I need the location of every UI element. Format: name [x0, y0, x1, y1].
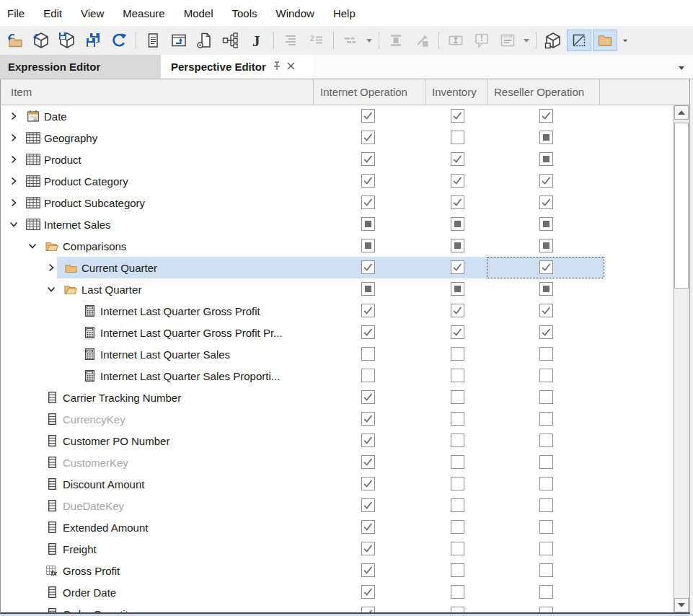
format-dax-button[interactable]: [278, 30, 303, 51]
checkbox-internet-operation[interactable]: [361, 195, 375, 209]
checkbox-reseller-operation[interactable]: [539, 412, 553, 426]
checkbox-reseller-operation[interactable]: [539, 585, 553, 599]
checkbox-reseller-operation[interactable]: [539, 239, 553, 252]
scroll-up-button[interactable]: [674, 105, 689, 120]
checkbox-internet-operation[interactable]: [361, 542, 375, 555]
checkbox-internet-operation[interactable]: [361, 520, 375, 534]
column-header-internet-operation[interactable]: Internet Operation: [320, 79, 407, 105]
tree-row[interactable]: CurrencyKey: [1, 408, 672, 430]
checkbox-reseller-operation[interactable]: [539, 542, 553, 555]
tree-row[interactable]: Internet Last Quarter Gross Profit: [1, 300, 672, 322]
tree-row[interactable]: Last Quarter: [1, 278, 672, 300]
checkbox-internet-operation[interactable]: [361, 260, 375, 274]
tab-perspective-editor[interactable]: Perspective Editor: [161, 55, 312, 79]
checkbox-reseller-operation[interactable]: [539, 607, 553, 612]
chevron-right-icon[interactable]: [8, 110, 19, 122]
checkbox-inventory[interactable]: [451, 217, 464, 231]
checkbox-internet-operation[interactable]: [361, 563, 375, 577]
chevron-down-icon[interactable]: [45, 283, 57, 295]
deploy-button[interactable]: [167, 30, 191, 51]
checkbox-internet-operation[interactable]: [361, 152, 375, 166]
chevron-right-icon[interactable]: [8, 154, 19, 165]
checkbox-internet-operation[interactable]: [361, 217, 375, 231]
menu-window[interactable]: Window: [267, 7, 324, 19]
tree-row[interactable]: 12Date: [1, 105, 672, 127]
display-folder-button[interactable]: [338, 30, 363, 51]
checkbox-reseller-operation[interactable]: [539, 282, 553, 296]
checkbox-reseller-operation[interactable]: [539, 217, 553, 231]
tree-row[interactable]: Internet Last Quarter Gross Profit Pr...: [1, 322, 672, 343]
tree-row[interactable]: Internet Sales: [1, 214, 672, 235]
save-all-button[interactable]: [81, 30, 105, 51]
checkbox-internet-operation[interactable]: [361, 477, 375, 490]
tree-row[interactable]: Customer PO Number: [1, 430, 672, 452]
checkbox-reseller-operation[interactable]: [539, 174, 553, 188]
checkbox-inventory[interactable]: [451, 498, 464, 512]
checkbox-inventory[interactable]: [451, 477, 464, 490]
perspectives-button[interactable]: [541, 30, 565, 51]
checkbox-inventory[interactable]: [451, 239, 464, 252]
chevron-right-icon[interactable]: [8, 197, 19, 208]
checkbox-internet-operation[interactable]: [361, 412, 375, 426]
checkbox-inventory[interactable]: [451, 282, 464, 296]
tree-row[interactable]: Current Quarter: [1, 257, 672, 278]
save-layout-button[interactable]: [495, 30, 520, 51]
scroll-down-button[interactable]: [674, 598, 689, 612]
checkbox-reseller-operation[interactable]: [539, 347, 553, 361]
checkbox-internet-operation[interactable]: [361, 325, 375, 339]
menu-file[interactable]: File: [0, 7, 34, 19]
tree-row[interactable]: Order Date: [1, 581, 672, 603]
menu-tools[interactable]: Tools: [223, 7, 267, 19]
checkbox-internet-operation[interactable]: [361, 390, 375, 404]
tree-row[interactable]: Freight: [1, 538, 672, 560]
open-file-button[interactable]: [3, 30, 27, 51]
checkbox-inventory[interactable]: [451, 325, 464, 339]
tree-row[interactable]: Discount Amount: [1, 473, 672, 495]
expand-column-button[interactable]: [384, 30, 408, 51]
comment-lines-button[interactable]: 2: [304, 30, 329, 51]
tab-list-caret-icon[interactable]: [677, 62, 686, 75]
menu-help[interactable]: Help: [324, 7, 365, 19]
checkbox-internet-operation[interactable]: [361, 347, 375, 361]
checkbox-reseller-operation[interactable]: [539, 434, 553, 447]
chevron-right-icon[interactable]: [8, 175, 19, 187]
checkbox-inventory[interactable]: [451, 260, 464, 274]
open-database-button[interactable]: [29, 30, 53, 51]
chevron-down-icon[interactable]: [8, 219, 19, 230]
checkbox-reseller-operation[interactable]: [539, 195, 553, 209]
checkbox-inventory[interactable]: [451, 174, 464, 188]
view-options-caret-button[interactable]: [619, 30, 632, 51]
tree-row[interactable]: DueDateKey: [1, 495, 672, 516]
menu-measure[interactable]: Measure: [113, 7, 174, 19]
checkbox-internet-operation[interactable]: [361, 498, 375, 512]
tree-row[interactable]: fxGross Profit: [1, 560, 672, 581]
checkbox-reseller-operation[interactable]: [539, 109, 553, 123]
checkbox-inventory[interactable]: [451, 520, 464, 534]
pin-icon[interactable]: [272, 61, 282, 74]
display-folders-toggle-button[interactable]: [593, 30, 617, 51]
checkbox-reseller-operation[interactable]: [539, 520, 553, 534]
chevron-down-icon[interactable]: [27, 240, 38, 252]
goto-button[interactable]: [410, 30, 434, 51]
checkbox-internet-operation[interactable]: [361, 131, 375, 144]
checkbox-internet-operation[interactable]: [361, 174, 375, 188]
warnings-button[interactable]: !: [469, 30, 494, 51]
checkbox-internet-operation[interactable]: [361, 239, 375, 252]
checkbox-reseller-operation[interactable]: [539, 369, 553, 382]
tree-row[interactable]: Extended Amount: [1, 516, 672, 538]
checkbox-reseller-operation[interactable]: [539, 455, 553, 469]
checkbox-internet-operation[interactable]: [361, 109, 375, 123]
checkbox-inventory[interactable]: [451, 455, 464, 469]
checkbox-reseller-operation[interactable]: [539, 325, 553, 339]
checkbox-inventory[interactable]: [451, 412, 464, 426]
checkbox-inventory[interactable]: [451, 542, 464, 555]
dependencies-button[interactable]: [219, 30, 243, 51]
checkbox-internet-operation[interactable]: [361, 282, 375, 296]
tree-row[interactable]: Product Subcategory: [1, 192, 672, 214]
tree-row[interactable]: CustomerKey: [1, 452, 672, 473]
checkbox-reseller-operation[interactable]: [539, 152, 553, 166]
tree-row[interactable]: Comparisons: [1, 235, 672, 257]
checkbox-inventory[interactable]: [451, 585, 464, 599]
checkbox-inventory[interactable]: [451, 109, 464, 123]
checkbox-internet-operation[interactable]: [361, 369, 375, 382]
